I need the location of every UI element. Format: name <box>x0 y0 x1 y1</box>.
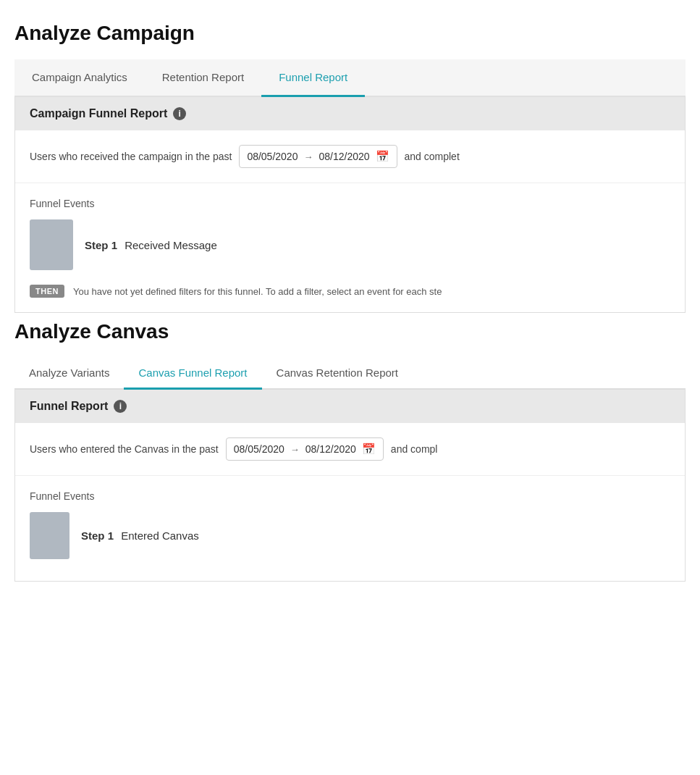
campaign-section-header: Campaign Funnel Report i <box>15 97 685 130</box>
campaign-step-1-bar <box>30 219 73 270</box>
canvas-step-1-row: Step 1 Entered Canvas <box>30 512 670 559</box>
canvas-filter-suffix: and compl <box>391 443 438 455</box>
campaign-tab-bar: Campaign Analytics Retention Report Funn… <box>14 59 686 97</box>
campaign-section-title: Campaign Funnel Report <box>30 107 167 120</box>
tab-analyze-variants[interactable]: Analyze Variants <box>14 358 124 390</box>
campaign-step-1-label: Step 1 Received Message <box>85 239 217 251</box>
tab-canvas-funnel-report[interactable]: Canvas Funnel Report <box>124 358 261 390</box>
campaign-filter-row: Users who received the campaign in the p… <box>15 130 685 183</box>
canvas-calendar-icon: 📅 <box>362 443 376 456</box>
canvas-funnel-section: Funnel Report i Users who entered the Ca… <box>14 390 686 582</box>
campaign-date-range[interactable]: 08/05/2020 → 08/12/2020 📅 <box>239 145 397 168</box>
canvas-funnel-area: Funnel Events Step 1 Entered Canvas <box>15 476 685 581</box>
campaign-then-message: You have not yet defined filters for thi… <box>73 286 442 297</box>
analyze-canvas-title: Analyze Canvas <box>14 320 686 343</box>
canvas-date-start: 08/05/2020 <box>234 443 284 455</box>
tab-funnel-report[interactable]: Funnel Report <box>261 59 365 97</box>
canvas-filter-row: Users who entered the Canvas in the past… <box>15 423 685 476</box>
canvas-step-1-label: Step 1 Entered Canvas <box>81 529 199 542</box>
analyze-canvas-section: Analyze Canvas Analyze Variants Canvas F… <box>14 320 686 582</box>
campaign-funnel-section: Campaign Funnel Report i Users who recei… <box>14 97 686 313</box>
campaign-step-1-event: Received Message <box>125 239 217 251</box>
canvas-date-arrow: → <box>290 444 300 455</box>
campaign-then-row: THEN You have not yet defined filters fo… <box>30 277 670 298</box>
canvas-section-title: Funnel Report <box>30 400 108 413</box>
canvas-date-end: 08/12/2020 <box>305 443 356 455</box>
campaign-step-1-number: Step 1 <box>85 239 117 251</box>
campaign-funnel-events-label: Funnel Events <box>30 198 670 209</box>
canvas-section-header: Funnel Report i <box>15 390 685 423</box>
canvas-step-1-event: Entered Canvas <box>121 529 199 542</box>
campaign-step-1-row: Step 1 Received Message <box>30 219 670 270</box>
campaign-filter-prefix: Users who received the campaign in the p… <box>30 151 232 162</box>
campaign-filter-suffix: and complet <box>405 151 460 162</box>
canvas-filter-prefix: Users who entered the Canvas in the past <box>30 443 219 455</box>
tab-retention-report[interactable]: Retention Report <box>145 59 261 97</box>
campaign-calendar-icon: 📅 <box>376 150 389 163</box>
canvas-date-range[interactable]: 08/05/2020 → 08/12/2020 📅 <box>226 437 384 461</box>
campaign-funnel-area: Funnel Events Step 1 Received Message TH… <box>15 183 685 312</box>
canvas-step-1-bar <box>30 512 69 559</box>
canvas-step-1-number: Step 1 <box>81 529 114 542</box>
tab-canvas-retention-report[interactable]: Canvas Retention Report <box>262 358 413 390</box>
analyze-campaign-title: Analyze Campaign <box>14 22 686 45</box>
canvas-funnel-events-label: Funnel Events <box>30 490 670 502</box>
campaign-date-start: 08/05/2020 <box>247 151 298 162</box>
canvas-tab-bar: Analyze Variants Canvas Funnel Report Ca… <box>14 358 686 390</box>
campaign-info-icon[interactable]: i <box>173 107 186 120</box>
campaign-date-arrow: → <box>303 151 313 162</box>
canvas-info-icon[interactable]: i <box>114 400 127 413</box>
campaign-date-end: 08/12/2020 <box>319 151 369 162</box>
campaign-then-badge: THEN <box>30 285 64 298</box>
tab-campaign-analytics[interactable]: Campaign Analytics <box>14 59 145 97</box>
